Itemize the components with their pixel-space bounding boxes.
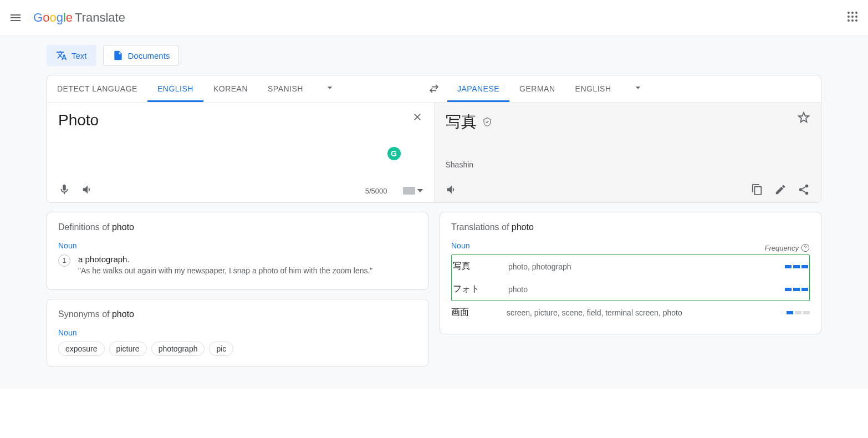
definition-item: 1a photograph."As he walks out again wit… <box>58 254 417 275</box>
synonym-chips: exposurepicturephotographpic <box>58 342 417 356</box>
synonyms-title: Synonyms of photo <box>58 309 417 319</box>
menu-icon[interactable] <box>9 11 22 24</box>
synonyms-pos: Noun <box>58 328 417 337</box>
svg-point-12 <box>805 192 809 195</box>
definitions-title-prefix: Definitions of <box>58 222 112 232</box>
synonym-chip[interactable]: picture <box>109 342 147 356</box>
definition-text: a photograph. <box>78 254 372 264</box>
target-lang-tab[interactable]: ENGLISH <box>565 75 621 102</box>
definition-example: "As he walks out again with my newspaper… <box>78 266 372 275</box>
frequency-bars <box>785 265 808 268</box>
synonyms-title-word: photo <box>112 309 134 319</box>
target-lang-tabs: JAPANESEGERMANENGLISH <box>447 75 821 102</box>
target-lang-tab[interactable]: GERMAN <box>509 75 565 102</box>
svg-point-10 <box>805 185 809 188</box>
verified-icon[interactable] <box>482 113 492 131</box>
translate-icon <box>56 50 67 61</box>
transliteration: Shashin <box>446 160 810 169</box>
clear-input-button[interactable] <box>412 111 423 125</box>
synonym-chip[interactable]: exposure <box>58 342 105 356</box>
mic-icon <box>58 184 70 196</box>
translation-word: 写真 <box>453 261 497 272</box>
frequency-label-text: Frequency <box>765 244 799 252</box>
app-name: Translate <box>75 11 125 25</box>
pencil-icon <box>774 184 787 196</box>
mode-documents-button[interactable]: Documents <box>103 45 180 66</box>
swap-icon <box>428 83 440 94</box>
definitions-title: Definitions of photo <box>58 222 417 232</box>
svg-point-2 <box>855 12 857 14</box>
frequency-bars <box>785 288 808 291</box>
translations-panel: Translations of photo Noun Frequency 写真p… <box>440 212 821 334</box>
source-lang-tabs: DETECT LANGUAGEENGLISHKOREANSPANISH <box>47 75 421 102</box>
svg-point-3 <box>847 16 850 18</box>
frequency-label[interactable]: Frequency <box>765 243 810 252</box>
star-icon <box>798 111 810 124</box>
translation-meanings: photo <box>508 285 774 294</box>
svg-point-5 <box>855 16 857 18</box>
output-pane: 写真 Shashin <box>434 103 821 202</box>
document-icon <box>113 50 124 61</box>
translation-word: 画面 <box>451 307 496 318</box>
listen-input-button[interactable] <box>81 184 94 198</box>
edit-button[interactable] <box>774 184 787 198</box>
source-lang-tab[interactable]: SPANISH <box>258 75 313 102</box>
translations-pos: Noun <box>451 241 469 250</box>
definitions-pos: Noun <box>58 241 417 250</box>
apps-icon[interactable] <box>846 10 859 26</box>
translation-item[interactable]: 写真photo, photograph <box>453 255 808 278</box>
svg-point-8 <box>855 19 857 22</box>
language-row: DETECT LANGUAGEENGLISHKOREANSPANISH JAPA… <box>47 75 821 102</box>
translations-title: Translations of photo <box>451 222 810 232</box>
google-logo-text: Google <box>33 11 73 25</box>
source-lang-tab[interactable]: DETECT LANGUAGE <box>47 75 147 102</box>
share-button[interactable] <box>798 184 810 198</box>
translation-meanings: screen, picture, scene, field, terminal … <box>507 308 775 317</box>
svg-rect-9 <box>403 187 415 195</box>
translate-card: DETECT LANGUAGEENGLISHKOREANSPANISH JAPA… <box>47 75 821 203</box>
synonym-chip[interactable]: photograph <box>151 342 205 356</box>
copy-icon <box>751 184 763 196</box>
chevron-down-icon <box>417 189 423 192</box>
target-lang-tab[interactable]: JAPANESE <box>447 75 509 102</box>
grammarly-icon[interactable]: G <box>387 147 401 160</box>
char-count: 5/5000 <box>365 187 387 195</box>
io-row: Photo G 5/5000 <box>47 102 821 202</box>
mode-documents-label: Documents <box>128 51 170 60</box>
svg-point-1 <box>851 12 854 14</box>
svg-point-11 <box>799 188 803 191</box>
mode-text-button[interactable]: Text <box>47 45 96 66</box>
save-translation-button[interactable] <box>798 111 810 126</box>
more-source-langs-button[interactable] <box>324 82 335 95</box>
speaker-icon <box>81 184 94 196</box>
input-method-selector[interactable] <box>403 187 423 195</box>
svg-point-4 <box>851 16 854 18</box>
translation-word: フォト <box>453 283 497 295</box>
source-lang-tab[interactable]: KOREAN <box>203 75 258 102</box>
definition-number: 1 <box>58 254 70 267</box>
input-text[interactable]: Photo <box>58 111 423 129</box>
svg-point-0 <box>847 12 850 14</box>
output-row: 写真 <box>446 111 810 133</box>
output-text: 写真 <box>446 111 477 133</box>
mic-button[interactable] <box>58 184 70 198</box>
synonym-chip[interactable]: pic <box>209 342 233 356</box>
listen-output-button[interactable] <box>446 184 458 198</box>
translations-title-word: photo <box>512 222 534 232</box>
swap-languages-button[interactable] <box>421 75 447 102</box>
speaker-icon <box>446 184 458 196</box>
help-icon <box>801 243 810 252</box>
translation-item[interactable]: フォトphoto <box>453 278 808 301</box>
synonyms-title-prefix: Synonyms of <box>58 309 112 319</box>
share-icon <box>798 184 810 196</box>
translation-item[interactable]: 画面screen, picture, scene, field, termina… <box>451 301 810 324</box>
more-target-langs-button[interactable] <box>632 82 644 95</box>
chevron-down-icon <box>324 82 335 93</box>
copy-button[interactable] <box>751 184 763 198</box>
output-footer <box>446 177 810 198</box>
mode-tabs: Text Documents <box>47 36 821 75</box>
frequency-bars <box>787 311 810 314</box>
google-translate-logo[interactable]: Google Translate <box>33 11 125 25</box>
chevron-down-icon <box>632 82 644 93</box>
source-lang-tab[interactable]: ENGLISH <box>147 75 203 102</box>
